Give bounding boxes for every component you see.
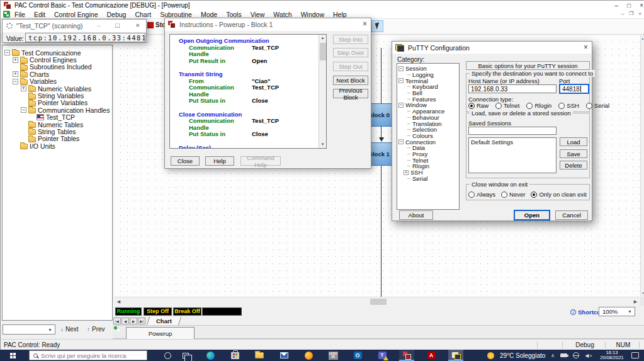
close-on-exit-only-on-clean-exit[interactable]: Only on clean exit (531, 191, 587, 198)
port-field[interactable]: 44818 (559, 84, 589, 94)
tree-item-control-engines[interactable]: +Control Engines (3, 56, 112, 63)
edge-taskbar-button[interactable] (203, 350, 218, 361)
tree-item-test-comunicazione[interactable]: −Test Comunicazione (3, 49, 112, 56)
scan-dialog-titlebar[interactable]: "Test_TCP" (scanning) – □ × (3, 20, 146, 32)
tray-chevron-icon[interactable]: ∧ (551, 353, 555, 358)
close-button[interactable]: Close (171, 156, 200, 166)
menu-window[interactable]: Window (297, 11, 329, 18)
tree-item-pointer-variables[interactable]: Pointer Variables (3, 100, 112, 106)
hostname-field[interactable] (468, 84, 556, 93)
scroll-up-icon[interactable]: ▲ (319, 35, 326, 42)
maximize-icon[interactable]: □ (115, 21, 120, 29)
help-button[interactable]: Help (205, 156, 234, 166)
file-explorer-taskbar-button[interactable] (252, 350, 267, 361)
connection-type-raw[interactable]: Raw (468, 102, 489, 109)
mail-taskbar-button[interactable] (276, 350, 291, 361)
scrollbar-thumb[interactable] (320, 43, 326, 60)
outlook-taskbar-button[interactable] (350, 350, 365, 361)
tree-toggle-icon[interactable]: + (13, 71, 18, 77)
menu-control-engine[interactable]: Control Engine (50, 11, 102, 18)
tree-item-numeric-variables[interactable]: +Numeric Variables (3, 85, 112, 92)
minimize-icon[interactable]: – (615, 2, 619, 9)
connection-type-serial[interactable]: Serial (586, 102, 609, 109)
firefox-taskbar-button[interactable] (301, 350, 316, 361)
volume-muted-icon[interactable]: ◀× (585, 353, 592, 358)
session-item-default-settings[interactable]: Default Settings (471, 139, 554, 146)
tree-toggle-icon[interactable]: − (398, 78, 404, 83)
acrobat-taskbar-button[interactable] (424, 350, 439, 361)
clock[interactable]: 16:13 20/08/2021 (598, 350, 626, 361)
next-block-button[interactable]: Next Block (333, 76, 368, 85)
menu-mode[interactable]: Mode (196, 11, 222, 18)
cancel-button[interactable]: Cancel (555, 210, 588, 220)
action-center-icon[interactable] (631, 352, 639, 358)
battery-icon[interactable] (560, 353, 567, 357)
teams-taskbar-button[interactable] (375, 350, 390, 361)
cortana-icon[interactable] (164, 352, 171, 359)
tree-item-string-variables[interactable]: String Variables (3, 92, 112, 99)
connection-type-ssh[interactable]: SSH (558, 102, 579, 109)
tree-toggle-icon[interactable]: + (21, 86, 26, 91)
tree-item-i-o-units[interactable]: I/O Units (3, 142, 112, 149)
menu-watch[interactable]: Watch (269, 11, 296, 18)
tab-powerup[interactable]: Powerup (126, 327, 195, 339)
scroll-right-icon[interactable]: ▶ (631, 298, 640, 306)
pac-titlebar[interactable]: PAC Control Basic - Test Comunicazione [… (1, 1, 644, 10)
tree-toggle-icon[interactable]: + (404, 170, 409, 175)
find-prev-button[interactable]: ↑ Prev (87, 326, 105, 333)
instructions-titlebar[interactable]: Instructions - Powerup - Block 1 × (165, 18, 371, 31)
task-view-icon[interactable] (183, 353, 189, 358)
mdi-restore-icon[interactable]: ❐ (629, 11, 633, 16)
tab-chart[interactable]: Chart (147, 317, 181, 325)
menu-view[interactable]: View (246, 11, 269, 18)
menu-file[interactable]: File (10, 11, 30, 18)
find-dropdown[interactable]: ▼ (3, 324, 55, 335)
tree-item-numeric-tables[interactable]: Numeric Tables (3, 121, 112, 128)
menu-debug[interactable]: Debug (102, 11, 130, 18)
putty-titlebar[interactable]: PuTTY Configuration × (392, 42, 592, 54)
store-taskbar-button[interactable] (227, 350, 242, 361)
instruction-list[interactable]: Open Outgoing CommunicationCommunication… (169, 34, 327, 149)
close-icon[interactable]: × (363, 20, 367, 28)
vertical-scrollbar[interactable]: ▲ ▼ (640, 35, 644, 297)
previous-block-button[interactable]: Previous Block (333, 89, 368, 98)
tree-toggle-icon[interactable]: − (4, 50, 10, 55)
category-connection[interactable]: −Connection (397, 139, 459, 145)
close-on-exit-always[interactable]: Always (468, 191, 495, 198)
instruction-scrollbar[interactable]: ▲ ▼ (319, 35, 326, 148)
weather-sun-icon[interactable] (487, 352, 494, 359)
scrollbar-thumb[interactable] (370, 299, 387, 305)
scroll-left-icon[interactable]: ◀ (115, 298, 123, 306)
weather-text[interactable]: 29°C Soleggiato (500, 352, 545, 359)
logo-v8-taskbar-button[interactable] (325, 350, 341, 361)
value-field[interactable] (25, 33, 145, 42)
menu-edit[interactable]: Edit (30, 11, 50, 18)
tab-last-button[interactable]: ▶| (138, 318, 145, 324)
tree-item-charts[interactable]: +Charts (3, 71, 112, 77)
tab-next-button[interactable]: ▶ (130, 318, 137, 324)
tree-toggle-icon[interactable]: − (398, 103, 404, 108)
close-icon[interactable]: × (640, 2, 643, 9)
search-input[interactable] (41, 352, 135, 359)
menu-chart[interactable]: Chart (130, 11, 155, 18)
category-rlogin[interactable]: Rlogin (397, 163, 459, 169)
zoom-select[interactable]: 100% ▼ (599, 307, 635, 316)
close-icon[interactable]: × (136, 21, 140, 29)
taskbar-search[interactable] (29, 350, 147, 360)
tree-toggle-icon[interactable]: − (21, 107, 26, 113)
save-button[interactable]: Save (560, 149, 587, 158)
scroll-down-icon[interactable]: ▼ (641, 291, 644, 295)
minimize-icon[interactable]: – (97, 21, 101, 29)
putty-taskbar-button[interactable] (448, 350, 463, 361)
scroll-up-icon[interactable]: ▲ (641, 37, 644, 41)
connection-type-rlogin[interactable]: Rlogin (526, 102, 551, 109)
tree-item-pointer-tables[interactable]: Pointer Tables (3, 135, 112, 142)
mdi-close-icon[interactable]: × (638, 11, 641, 16)
category-data[interactable]: Data (397, 145, 459, 151)
saved-sessions-field[interactable] (468, 127, 556, 135)
session-listbox[interactable]: Default Settings (468, 137, 556, 173)
open-button[interactable]: Open (514, 210, 550, 221)
scroll-down-icon[interactable]: ▼ (319, 141, 326, 148)
connection-type-telnet[interactable]: Telnet (495, 102, 519, 109)
pac-control-taskbar-button[interactable] (399, 350, 414, 361)
